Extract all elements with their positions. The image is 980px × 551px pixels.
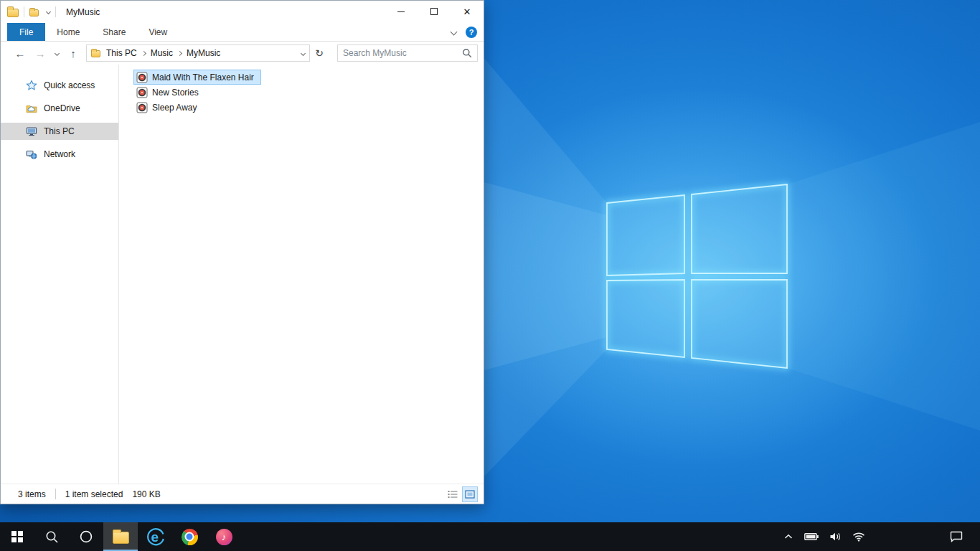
quick-access-toolbar-chevron[interactable] — [47, 10, 50, 14]
window-folder-icon — [7, 9, 19, 17]
wifi-icon — [852, 532, 865, 542]
caption-buttons: ✕ — [385, 1, 484, 22]
battery-tray-button[interactable] — [803, 522, 820, 551]
sidebar-item-label: This PC — [44, 126, 75, 136]
separator — [55, 6, 56, 17]
large-icons-view-button[interactable] — [462, 486, 478, 502]
onedrive-icon — [26, 103, 37, 114]
large-icons-view-icon — [465, 490, 475, 499]
taskbar-itunes-button[interactable]: ♪ — [207, 522, 241, 551]
window-body: Quick access OneDrive — [1, 65, 484, 484]
tab-home[interactable]: Home — [45, 23, 91, 41]
ribbon-tab-bar: File Home Share View ? — [1, 23, 484, 42]
back-button[interactable]: ← — [10, 43, 30, 63]
search-icon[interactable] — [462, 48, 472, 58]
desktop: MyMusic ✕ File Home Share View ? ← → — [0, 0, 980, 551]
search-icon — [45, 530, 59, 544]
action-center-button[interactable] — [940, 522, 973, 551]
speaker-icon — [829, 532, 842, 542]
chevron-down-icon — [451, 29, 458, 36]
svg-text:e: e — [151, 529, 159, 544]
file-item-new-stories[interactable]: New Stories — [133, 85, 206, 100]
taskbar-internet-explorer-button[interactable]: e — [138, 522, 172, 551]
file-item-sleep-away[interactable]: Sleep Away — [133, 100, 204, 115]
this-pc-icon — [26, 126, 37, 137]
address-dropdown-button[interactable] — [301, 52, 305, 55]
maximize-icon — [430, 8, 438, 15]
sidebar-item-label: Network — [44, 149, 75, 159]
volume-tray-button[interactable] — [828, 522, 843, 551]
address-box[interactable]: This PC Music MyMusic — [86, 44, 310, 62]
action-center-icon — [950, 531, 963, 542]
taskbar: e ♪ — [0, 522, 980, 551]
quick-access-toolbar-folder-icon[interactable] — [29, 9, 39, 17]
file-explorer-icon — [113, 532, 129, 544]
search-input[interactable] — [343, 48, 462, 58]
network-tray-button[interactable] — [851, 522, 867, 551]
navigation-pane: Quick access OneDrive — [1, 65, 119, 484]
up-button[interactable]: ↑ — [63, 43, 83, 63]
chrome-icon — [182, 529, 198, 545]
music-note-glyph: ♪ — [222, 532, 227, 542]
details-view-icon — [448, 490, 458, 499]
windows-logo-icon — [11, 531, 23, 542]
details-view-button[interactable] — [445, 486, 461, 502]
chevron-right-icon[interactable] — [141, 50, 146, 55]
window-title: MyMusic — [66, 7, 100, 17]
chevron-right-icon[interactable] — [177, 50, 182, 55]
chevron-up-icon — [783, 533, 793, 540]
music-file-icon — [136, 72, 148, 83]
minimize-icon — [397, 11, 405, 12]
cortana-button[interactable] — [69, 522, 103, 551]
separator — [55, 489, 56, 499]
tab-view[interactable]: View — [137, 23, 179, 41]
expand-ribbon-button[interactable] — [451, 29, 456, 34]
recent-locations-button[interactable] — [50, 43, 63, 63]
taskbar-chrome-button[interactable] — [172, 522, 207, 551]
tab-file[interactable]: File — [7, 23, 45, 41]
music-file-icon — [136, 87, 148, 98]
breadcrumb-mymusic[interactable]: MyMusic — [184, 48, 223, 58]
cortana-icon — [79, 529, 93, 544]
close-button[interactable]: ✕ — [451, 1, 484, 22]
taskbar-file-explorer-button[interactable] — [103, 522, 138, 551]
file-list: Maid With The Flaxen Hair New Stories — [119, 65, 484, 484]
help-button[interactable]: ? — [466, 27, 477, 38]
selection-count: 1 item selected — [65, 489, 123, 499]
forward-button[interactable]: → — [30, 43, 50, 63]
sidebar-item-network[interactable]: Network — [1, 146, 118, 163]
sidebar-item-quick-access[interactable]: Quick access — [1, 77, 118, 94]
chevron-down-icon — [46, 9, 51, 14]
internet-explorer-icon: e — [145, 527, 165, 547]
tab-share[interactable]: Share — [91, 23, 137, 41]
file-name: Sleep Away — [152, 103, 197, 113]
search-box — [337, 44, 478, 62]
sidebar-item-label: Quick access — [44, 80, 95, 90]
breadcrumb-this-pc[interactable]: This PC — [103, 48, 140, 58]
chevron-down-icon — [301, 50, 306, 55]
file-item-maid-with-the-flaxen-hair[interactable]: Maid With The Flaxen Hair — [133, 70, 261, 85]
start-button[interactable] — [0, 522, 34, 551]
music-file-icon — [136, 102, 148, 113]
sidebar-item-this-pc[interactable]: This PC — [1, 123, 118, 140]
refresh-button[interactable]: ↻ — [310, 44, 329, 62]
file-name: Maid With The Flaxen Hair — [152, 72, 254, 83]
sidebar-item-onedrive[interactable]: OneDrive — [1, 100, 118, 117]
itunes-icon: ♪ — [216, 529, 232, 545]
address-bar: ← → ↑ This PC Music MyMusic ↻ — [1, 42, 484, 65]
maximize-button[interactable] — [418, 1, 451, 22]
taskbar-search-button[interactable] — [34, 522, 69, 551]
location-folder-icon — [91, 50, 100, 57]
minimize-button[interactable] — [385, 1, 418, 22]
file-name: New Stories — [152, 88, 199, 98]
battery-icon — [804, 532, 819, 541]
network-icon — [26, 149, 37, 160]
breadcrumb-music[interactable]: Music — [148, 48, 176, 58]
selection-size: 190 KB — [132, 489, 160, 499]
show-hidden-icons-button[interactable] — [782, 522, 795, 551]
title-bar: MyMusic ✕ — [1, 1, 484, 23]
quick-access-star-icon — [26, 80, 37, 91]
file-explorer-window: MyMusic ✕ File Home Share View ? ← → — [0, 0, 484, 504]
system-tray — [782, 522, 867, 551]
chevron-down-icon — [54, 50, 59, 55]
